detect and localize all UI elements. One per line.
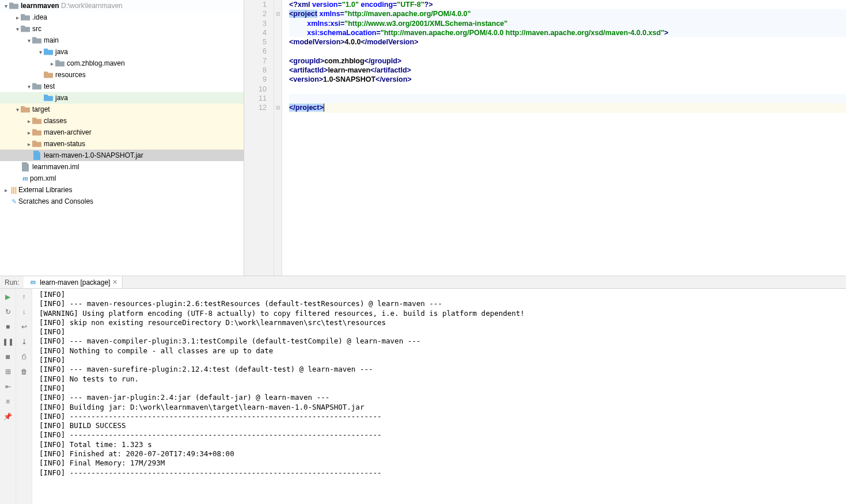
tree-row[interactable]: ▾src	[0, 23, 244, 35]
tree-row[interactable]: ▸maven-status	[0, 138, 244, 150]
run-tab[interactable]: m learn-maven [package] ✕	[24, 276, 123, 288]
exit-icon[interactable]: ⇤	[3, 382, 13, 391]
tree-row[interactable]: ✎Scratches and Consoles	[0, 196, 244, 207]
tree-label: learn-maven-1.0-SNAPSHOT.jar	[44, 151, 143, 159]
fold-icon[interactable]: ⊟	[274, 103, 282, 112]
twisty-icon[interactable]: ▾	[14, 106, 21, 113]
tree-label: External Libraries	[18, 186, 72, 194]
twisty-icon[interactable]: ▾	[25, 83, 32, 90]
code-line[interactable]: <version>1.0-SNAPSHOT</version>	[289, 75, 846, 84]
tree-label: Scratches and Consoles	[18, 197, 93, 205]
tree-row[interactable]: ▸|||External Libraries	[0, 184, 244, 196]
folder-icon	[44, 47, 53, 56]
tree-row[interactable]: ▾learnmaven D:\work\learnmaven	[0, 0, 244, 12]
folder-icon	[44, 70, 53, 79]
twisty-icon[interactable]: ▸	[25, 129, 32, 136]
folder-icon	[9, 1, 18, 10]
run-label: Run:	[0, 278, 24, 287]
twisty-icon[interactable]: ▸	[14, 14, 21, 21]
scroll-icon[interactable]: ⤓	[20, 337, 29, 346]
twisty-icon[interactable]: ▸	[25, 118, 32, 124]
fold-icon	[274, 47, 282, 56]
wrap-icon[interactable]: ↩	[20, 322, 29, 331]
tree-row[interactable]: java	[0, 92, 244, 104]
code-line[interactable]	[289, 85, 846, 94]
fold-icon	[274, 75, 282, 84]
stop-icon[interactable]: ■	[3, 322, 13, 331]
editor-fold-gutter[interactable]: ⊟⊟	[274, 0, 282, 276]
layout-icon[interactable]: ⊞	[3, 367, 13, 376]
fold-icon[interactable]: ⊟	[274, 9, 282, 18]
code-line[interactable]: </project>	[289, 103, 846, 112]
folder-icon	[21, 13, 30, 22]
twisty-icon[interactable]: ▸	[48, 60, 55, 67]
tree-row[interactable]: learnmaven.iml	[0, 161, 244, 173]
tree-row[interactable]: ▾main	[0, 35, 244, 46]
tree-row[interactable]: ▸maven-archiver	[0, 127, 244, 138]
fold-icon	[274, 0, 282, 9]
folder-icon	[21, 105, 30, 114]
tree-row[interactable]: mpom.xml	[0, 173, 244, 184]
folder-icon	[32, 139, 41, 148]
down-icon[interactable]: ↓	[20, 307, 29, 316]
twisty-icon[interactable]: ▾	[25, 37, 32, 44]
tree-row[interactable]: ▾target	[0, 104, 244, 115]
twisty-icon[interactable]: ▾	[37, 49, 44, 55]
folder-icon	[32, 116, 41, 125]
fold-icon	[274, 19, 282, 28]
folder-icon	[21, 24, 30, 33]
tree-row[interactable]: ▸.idea	[0, 12, 244, 23]
up-icon[interactable]: ↑	[20, 292, 29, 301]
tree-row[interactable]: ▸classes	[0, 115, 244, 127]
run-toolbar-left2: ↑↓↩⤓⎙🗑	[16, 289, 32, 504]
code-line[interactable]: xmlns:xsi="http://www.w3.org/2001/XMLSch…	[289, 19, 846, 28]
file-icon	[22, 162, 29, 171]
close-icon[interactable]: ✕	[112, 278, 117, 286]
tree-label: test	[44, 82, 55, 90]
twisty-icon[interactable]: ▸	[2, 187, 9, 193]
tree-row[interactable]: ▾java	[0, 46, 244, 58]
code-line[interactable]: xsi:schemaLocation="http://maven.apache.…	[289, 28, 846, 37]
library-icon: |||	[9, 186, 18, 194]
rerun-icon[interactable]: ↻	[3, 307, 13, 316]
twisty-icon[interactable]: ▸	[25, 141, 32, 147]
tree-row[interactable]: resources	[0, 69, 244, 81]
tree-label: learnmaven.iml	[32, 163, 79, 171]
folder-icon	[32, 82, 41, 91]
code-line[interactable]	[289, 47, 846, 56]
tree-path: D:\work\learnmaven	[59, 2, 123, 10]
tree-label: java	[55, 48, 68, 56]
pin-icon[interactable]: 📌	[3, 412, 13, 421]
stack-icon[interactable]: ≡	[3, 397, 13, 406]
editor-code[interactable]: <?xml version="1.0" encoding="UTF-8"?><p…	[282, 0, 846, 276]
fold-icon	[274, 37, 282, 47]
project-tree[interactable]: ▾learnmaven D:\work\learnmaven▸.idea▾src…	[0, 0, 244, 276]
code-line[interactable]: <project xmlns="http://maven.apache.org/…	[289, 9, 846, 18]
tree-row[interactable]: learn-maven-1.0-SNAPSHOT.jar	[0, 150, 244, 161]
tree-label: maven-archiver	[44, 128, 92, 136]
play-icon[interactable]: ▶	[3, 292, 13, 301]
tree-label: pom.xml	[30, 174, 56, 182]
fold-icon	[274, 28, 282, 37]
pause-icon[interactable]: ❚❚	[3, 337, 13, 346]
editor-gutter[interactable]: 123456789101112	[244, 0, 274, 276]
camera-icon[interactable]: ◙	[3, 352, 13, 361]
print-icon[interactable]: ⎙	[20, 352, 29, 361]
folder-icon	[32, 128, 41, 137]
twisty-icon[interactable]: ▾	[2, 3, 9, 9]
code-line[interactable]: <?xml version="1.0" encoding="UTF-8"?>	[289, 0, 846, 9]
twisty-icon[interactable]: ▾	[14, 26, 21, 32]
tree-row[interactable]: ▸com.zhblog.maven	[0, 58, 244, 69]
tree-label: java	[55, 94, 68, 102]
tree-label: main	[44, 36, 59, 44]
editor[interactable]: 123456789101112 ⊟⊟ <?xml version="1.0" e…	[244, 0, 846, 276]
trash-icon[interactable]: 🗑	[20, 367, 29, 376]
tree-row[interactable]: ▾test	[0, 81, 244, 92]
code-line[interactable]: <modelVersion>4.0.0</modelVersion>	[289, 37, 846, 47]
console-output[interactable]: [INFO] [INFO] --- maven-resources-plugin…	[32, 289, 846, 504]
code-line[interactable]: <artifactId>learn-maven</artifactId>	[289, 66, 846, 75]
code-line[interactable]	[289, 94, 846, 103]
scratch-icon: ✎	[9, 198, 18, 205]
fold-icon	[274, 66, 282, 75]
code-line[interactable]: <groupId>com.zhblog</groupId>	[289, 56, 846, 66]
